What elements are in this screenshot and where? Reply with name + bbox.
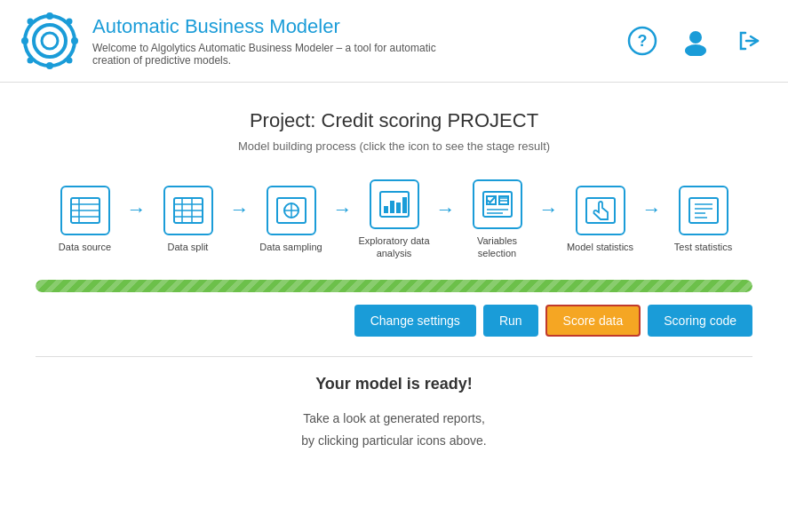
svg-point-13 [689, 31, 702, 44]
eda-label: Exploratory data analysis [354, 234, 434, 260]
logout-button[interactable] [731, 23, 767, 59]
svg-point-4 [46, 62, 53, 69]
app-subtitle: Welcome to Algolytics Automatic Business… [92, 42, 466, 67]
header-title-area: Automatic Business Modeler Welcome to Al… [92, 15, 625, 67]
progress-bar-fill [36, 280, 752, 292]
arrow-1: → [127, 198, 147, 221]
action-buttons: Change settings Run Score data Scoring c… [36, 305, 752, 337]
pipeline-step-data-source: Data source [45, 186, 125, 253]
pipeline-step-data-split: Data split [148, 186, 228, 253]
svg-point-8 [67, 19, 73, 25]
pipeline-step-test-stats: Test statistics [664, 186, 744, 253]
eda-icon[interactable] [370, 179, 419, 229]
svg-rect-32 [384, 206, 388, 213]
app-title: Automatic Business Modeler [92, 15, 625, 38]
run-button[interactable]: Run [483, 305, 538, 337]
data-sampling-label: Data sampling [259, 241, 322, 253]
header-icons: ? [625, 23, 767, 59]
progress-bar-container [36, 280, 752, 292]
variables-icon[interactable] [473, 179, 522, 229]
model-ready-line1: Take a look at generated reports, [303, 411, 485, 425]
svg-rect-44 [689, 198, 718, 223]
arrow-5: → [539, 198, 559, 221]
pipeline-step-eda: Exploratory data analysis [354, 179, 434, 260]
pipeline-step-data-sampling: Data sampling [251, 186, 331, 253]
model-ready-section: Your model is ready! Take a look at gene… [36, 375, 752, 452]
svg-point-10 [67, 58, 73, 64]
model-ready-heading: Your model is ready! [36, 375, 752, 393]
main-content: Project: Credit scoring PROJECT Model bu… [0, 83, 788, 470]
arrow-2: → [230, 198, 250, 221]
header: Automatic Business Modeler Welcome to Al… [0, 0, 788, 83]
svg-rect-33 [390, 201, 394, 213]
pipeline: Data source → Data split → [36, 179, 752, 260]
arrow-4: → [436, 198, 456, 221]
test-stats-icon[interactable] [679, 186, 728, 235]
pipeline-step-model-stats: Model statistics [561, 186, 641, 253]
svg-point-9 [28, 58, 34, 64]
data-source-label: Data source [59, 241, 111, 253]
svg-point-6 [71, 37, 78, 44]
svg-point-3 [46, 12, 53, 20]
help-button[interactable]: ? [625, 23, 660, 59]
score-data-button[interactable]: Score data [545, 305, 641, 337]
svg-text:?: ? [638, 32, 648, 50]
svg-point-5 [21, 37, 28, 44]
user-button[interactable] [678, 23, 713, 59]
variables-label: Variables selection [458, 234, 537, 260]
svg-point-14 [685, 44, 706, 56]
project-title: Project: Credit scoring PROJECT [36, 109, 752, 132]
model-ready-line2: by clicking particular icons above. [301, 433, 487, 448]
svg-point-2 [42, 33, 58, 49]
svg-rect-35 [402, 197, 407, 213]
section-divider [36, 356, 752, 357]
pipeline-step-variables: Variables selection [458, 179, 537, 260]
data-split-icon[interactable] [163, 186, 213, 235]
data-source-icon[interactable] [60, 186, 110, 235]
model-stats-label: Model statistics [567, 241, 633, 253]
arrow-6: → [642, 198, 662, 221]
model-stats-icon[interactable] [576, 186, 625, 235]
process-subtitle: Model building process (click the icon t… [36, 139, 752, 153]
test-stats-label: Test statistics [674, 241, 732, 253]
svg-rect-34 [396, 202, 401, 213]
data-sampling-icon[interactable] [267, 186, 316, 235]
svg-point-7 [28, 19, 34, 25]
svg-point-1 [34, 25, 66, 57]
change-settings-button[interactable]: Change settings [354, 305, 476, 337]
arrow-3: → [333, 198, 353, 221]
data-split-label: Data split [168, 241, 209, 253]
app-logo [21, 12, 78, 69]
scoring-code-button[interactable]: Scoring code [648, 305, 752, 337]
